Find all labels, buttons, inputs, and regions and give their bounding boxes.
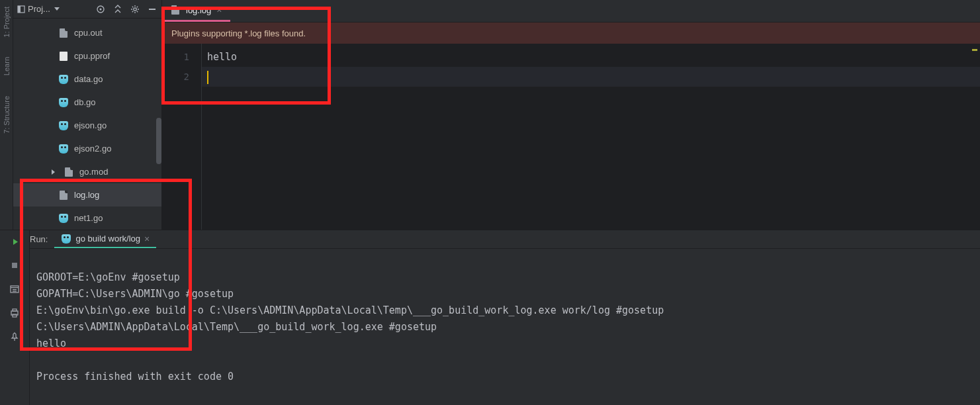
notification-text: Plugins supporting *.log files found.	[171, 28, 306, 38]
editor-marker-track[interactable]	[971, 44, 979, 230]
line-number: 1	[162, 47, 201, 67]
rail-structure[interactable]: 7: Structure	[3, 96, 11, 134]
chevron-right-icon[interactable]	[48, 167, 58, 177]
editor-tab-label: log.log	[186, 5, 211, 15]
svg-rect-6	[12, 263, 17, 268]
file-item-log-log[interactable]: log.log	[13, 183, 161, 206]
go-file-icon	[58, 144, 69, 154]
run-header: Run: go build work/log ×	[30, 230, 980, 249]
svg-rect-13	[13, 314, 17, 317]
rail-learn[interactable]: Learn	[3, 57, 11, 75]
go-file-icon	[58, 74, 69, 85]
go-file-icon	[58, 120, 69, 131]
svg-rect-12	[13, 309, 17, 311]
file-label: cpu.out	[74, 28, 103, 38]
tool-window-rail: 1: Project Learn 7: Structure	[0, 0, 13, 230]
collapse-all-icon[interactable]	[112, 4, 123, 15]
print-icon[interactable]	[9, 307, 21, 319]
editor-area: log.log × Plugins supporting *.log files…	[162, 0, 980, 230]
go-file-icon	[58, 213, 69, 224]
svg-point-4	[134, 7, 136, 10]
svg-rect-1	[18, 6, 21, 13]
project-sidebar: Proj...	[13, 0, 162, 230]
file-icon	[64, 167, 74, 177]
run-panel: Run: go build work/log × GOROOT=E:\goEnv…	[0, 230, 980, 405]
file-item-db-go[interactable]: db.go	[13, 91, 161, 114]
pin-icon[interactable]	[9, 331, 21, 343]
svg-point-3	[100, 8, 102, 10]
editor-tab-log[interactable]: log.log ×	[162, 0, 230, 22]
gear-icon[interactable]	[130, 4, 140, 15]
file-label: cpu.pprof	[74, 51, 110, 61]
go-file-icon	[58, 97, 69, 108]
file-item-net1-go[interactable]: net1.go	[13, 206, 161, 230]
console-line: hello	[36, 338, 66, 349]
text-caret	[207, 71, 208, 84]
code-line-1[interactable]: hello	[202, 47, 980, 67]
console-output[interactable]: GOROOT=E:\goEnv #gosetup GOPATH=C:\Users…	[30, 249, 980, 405]
line-gutter: 1 2	[162, 44, 202, 230]
console-line: Process finished with exit code 0	[36, 371, 234, 382]
go-file-icon	[61, 234, 71, 244]
run-tab[interactable]: go build work/log ×	[54, 230, 156, 248]
tree-scrollbar[interactable]	[156, 118, 161, 164]
file-label: net1.go	[74, 213, 103, 223]
code-area[interactable]: hello	[202, 44, 980, 230]
file-label: ejson2.go	[74, 144, 111, 154]
editor-body[interactable]: 1 2 hello	[162, 44, 980, 230]
file-icon	[58, 28, 69, 38]
close-icon[interactable]: ×	[216, 5, 222, 15]
file-icon	[58, 190, 69, 201]
project-view-icon	[17, 5, 25, 13]
code-line-2[interactable]	[202, 67, 980, 87]
svg-rect-5	[149, 9, 156, 10]
file-tree[interactable]: cpu.out cpu.pprof data.go db.go ejson.go	[13, 19, 161, 230]
file-label: log.log	[74, 190, 99, 200]
editor-tab-bar: log.log ×	[162, 0, 980, 22]
file-item-ejson-go[interactable]: ejson.go	[13, 114, 161, 137]
file-icon	[170, 5, 181, 15]
stop-icon[interactable]	[9, 259, 21, 271]
run-content: Run: go build work/log × GOROOT=E:\goEnv…	[30, 230, 980, 405]
layout-icon[interactable]	[9, 283, 21, 295]
file-label: data.go	[74, 74, 103, 84]
file-item-cpu-out[interactable]: cpu.out	[13, 21, 161, 44]
run-toolbar	[0, 230, 30, 405]
console-line: E:\goEnv\bin\go.exe build -o C:\Users\AD…	[36, 304, 664, 316]
plugin-notification[interactable]: Plugins supporting *.log files found.	[162, 22, 980, 44]
file-item-cpu-pprof[interactable]: cpu.pprof	[13, 44, 161, 68]
console-line: GOROOT=E:\goEnv #gosetup	[36, 271, 180, 283]
console-line: C:\Users\ADMIN\AppData\Local\Temp\___go_…	[36, 321, 437, 333]
console-line: GOPATH=C:\Users\ADMIN\go #gosetup	[36, 288, 234, 300]
close-icon[interactable]: ×	[144, 234, 150, 244]
project-header: Proj...	[13, 0, 161, 19]
project-dropdown-label[interactable]: Proj...	[28, 4, 50, 14]
file-item-ejson2-go[interactable]: ejson2.go	[13, 137, 161, 160]
chevron-down-icon[interactable]	[53, 5, 61, 13]
warning-marker[interactable]	[972, 49, 977, 51]
file-label: ejson.go	[74, 120, 107, 130]
file-item-data-go[interactable]: data.go	[13, 68, 161, 91]
file-icon	[58, 51, 69, 62]
run-tab-label: go build work/log	[75, 234, 140, 244]
hide-icon[interactable]	[147, 4, 157, 15]
rail-project[interactable]: 1: Project	[3, 7, 11, 37]
file-label: db.go	[74, 97, 96, 107]
select-opened-file-icon[interactable]	[95, 4, 106, 15]
run-label: Run:	[30, 234, 54, 244]
file-label: go.mod	[79, 167, 108, 177]
rerun-icon[interactable]	[9, 236, 21, 248]
line-number: 2	[162, 67, 201, 87]
file-item-go-mod[interactable]: go.mod	[13, 160, 161, 183]
